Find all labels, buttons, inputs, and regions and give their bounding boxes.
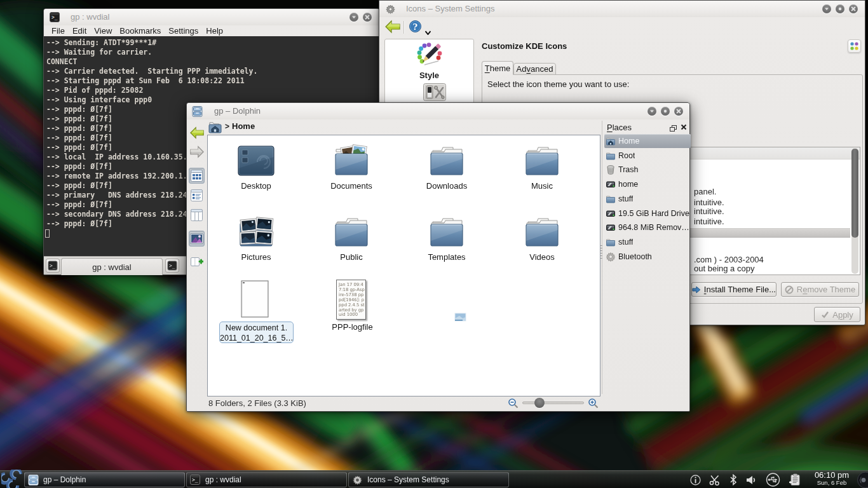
zoom-slider-track[interactable]	[522, 402, 584, 404]
folder-label: Templates	[399, 252, 494, 262]
folder-item[interactable]: Pictures	[208, 212, 304, 262]
task-button[interactable]: >_gp : wvdial	[186, 472, 347, 487]
terminal-line: --> Carrier detected. Starting PPP immed…	[46, 67, 381, 76]
menu-item[interactable]: Help	[202, 25, 227, 37]
close-button[interactable]	[363, 13, 372, 22]
columns-view-button[interactable]	[189, 207, 205, 223]
sidebar-item-style[interactable]: Style	[385, 42, 473, 80]
info-icon[interactable]	[690, 475, 701, 485]
folder-item[interactable]: Desktop	[208, 140, 304, 191]
back-button[interactable]	[189, 125, 205, 140]
svg-text:>_: >_	[50, 263, 56, 269]
maximize-button[interactable]	[836, 4, 844, 13]
install-theme-button[interactable]: Install Theme File...	[691, 282, 776, 297]
application-appearance-icon[interactable]	[423, 83, 446, 103]
places-item[interactable]: Bluetooth	[604, 250, 691, 264]
details-view-button[interactable]	[189, 187, 205, 203]
minimize-button[interactable]	[349, 13, 358, 22]
usb-device-icon[interactable]	[766, 473, 780, 487]
folder-item[interactable]: Templates	[399, 212, 494, 262]
clock-date: Sun, 6 Feb	[808, 479, 855, 487]
folder-item[interactable]: Public	[304, 212, 399, 262]
forward-button[interactable]	[189, 144, 205, 159]
kde-swirl-launcher-icon[interactable]	[1, 470, 24, 488]
konsole-titlebar[interactable]: >_ gp : wvdial	[44, 9, 379, 25]
sidebar-item-label: Style	[385, 71, 473, 80]
clock[interactable]: 06:10 pm Sun, 6 Feb	[808, 471, 855, 487]
zoom-slider-handle[interactable]	[534, 398, 545, 408]
places-item[interactable]: stuff	[604, 235, 691, 249]
places-item[interactable]: Trash	[604, 163, 691, 177]
close-button[interactable]	[674, 107, 683, 116]
panel-resize-handle[interactable]	[600, 245, 602, 259]
taskbar: gp – Dolphin>_gp : wvdialIcons – System …	[0, 470, 868, 488]
remove-theme-button[interactable]: Remove Theme	[781, 282, 859, 297]
page-title: Customize KDE Icons	[482, 41, 567, 51]
places-item[interactable]: Home	[604, 134, 691, 148]
close-button[interactable]	[849, 4, 858, 13]
tab-list-button[interactable]: >_	[165, 259, 179, 273]
folder-view[interactable]: New document 1.2011_01_20_16_5… Jan 17 0…	[207, 135, 600, 396]
task-button[interactable]: gp – Dolphin	[24, 472, 185, 487]
chevron-down-icon[interactable]	[425, 27, 431, 37]
back-button[interactable]	[384, 19, 401, 36]
tab-theme[interactable]: Theme	[482, 61, 513, 75]
task-button-label: Icons – System Settings	[367, 475, 449, 484]
new-tab-button[interactable]: >_	[46, 259, 60, 273]
menu-item[interactable]: Bookmarks	[116, 25, 165, 37]
preview-toggle-button[interactable]	[189, 231, 205, 247]
folder-item[interactable]: Videos	[494, 212, 590, 262]
clipboard-icon[interactable]	[789, 473, 801, 487]
file-label[interactable]: PPP-logfile	[322, 322, 383, 332]
desktop-folder-icon	[208, 140, 304, 179]
clock-time: 06:10 pm	[808, 471, 855, 479]
file-icon-ppp-logfile[interactable]: Jan 17 09:47:18 gp-Aspire-5738 pppd[1946…	[336, 280, 366, 320]
scrollbar-thumb[interactable]	[851, 149, 858, 238]
float-panel-icon[interactable]	[670, 124, 677, 133]
selected-file-label[interactable]: New document 1.2011_01_20_16_5…	[219, 322, 294, 343]
folder-item[interactable]: Documents	[304, 140, 399, 191]
panel-cashew-icon[interactable]	[857, 471, 868, 488]
places-item[interactable]: stuff	[604, 192, 691, 206]
places-item-label: 964.8 MiB Remov…	[618, 223, 689, 232]
help-button[interactable]: ?	[409, 20, 422, 35]
terminal-tab[interactable]: gp : wvdial	[61, 258, 163, 275]
split-view-button[interactable]	[189, 254, 205, 269]
folder-label: Downloads	[399, 181, 494, 191]
folder-item[interactable]: Music	[494, 140, 590, 191]
places-item[interactable]: Root	[604, 149, 691, 163]
list-scrollbar[interactable]	[851, 148, 858, 274]
klipper-scissors-icon[interactable]	[709, 474, 721, 485]
svg-text:>_: >_	[51, 15, 58, 20]
minimize-button[interactable]	[648, 107, 656, 116]
breadcrumb-current[interactable]: Home	[232, 121, 255, 131]
minimize-button[interactable]	[822, 4, 831, 13]
menu-item[interactable]: Settings	[165, 25, 202, 37]
places-item[interactable]: 19.5 GiB Hard Drive	[604, 207, 691, 220]
task-button[interactable]: Icons – System Settings	[348, 472, 509, 487]
menu-item[interactable]: File	[48, 25, 69, 37]
settings-titlebar[interactable]: Icons – System Settings	[379, 1, 865, 17]
terminal-line: --> Pid of pppd: 25082	[46, 86, 381, 95]
window-title: gp – Dolphin	[214, 106, 261, 116]
apply-button[interactable]: Apply	[814, 307, 860, 322]
dolphin-titlebar[interactable]: gp – Dolphin	[187, 103, 689, 119]
menu-item[interactable]: Edit	[69, 25, 90, 37]
places-item-label: stuff	[618, 194, 633, 203]
menu-item[interactable]: View	[90, 25, 116, 37]
places-item[interactable]: 964.8 MiB Remov…	[604, 220, 691, 234]
places-item-icon	[606, 208, 616, 219]
breadcrumb-home-icon[interactable]	[208, 121, 222, 134]
volume-icon[interactable]	[745, 475, 757, 485]
zoom-out-icon[interactable]	[508, 398, 519, 410]
file-icon-new-document[interactable]	[241, 280, 269, 320]
window-title: gp : wvdial	[71, 12, 109, 22]
bluetooth-icon[interactable]	[729, 474, 737, 485]
maximize-button[interactable]	[661, 107, 670, 116]
places-item[interactable]: home	[604, 177, 691, 191]
tab-advanced[interactable]: Advanced	[513, 63, 556, 75]
zoom-in-icon[interactable]	[588, 398, 599, 410]
folder-item[interactable]: Downloads	[399, 140, 494, 191]
icons-view-button[interactable]	[189, 168, 205, 184]
close-panel-icon[interactable]	[681, 123, 687, 132]
